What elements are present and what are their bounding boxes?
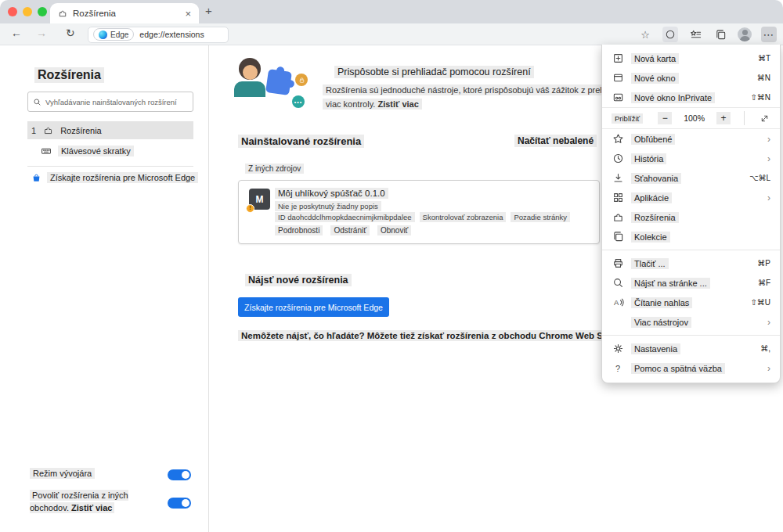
- menu-zoom-row: Priblížiť − 100% +: [602, 107, 780, 129]
- browser-tab[interactable]: Rozšírenia ×: [50, 3, 199, 23]
- extension-icon: M !: [249, 189, 270, 210]
- menu-item-label: Nové okno: [631, 73, 679, 84]
- apps-grid-icon: [612, 192, 624, 204]
- back-icon[interactable]: ←: [11, 27, 22, 39]
- hero-learn-more-link[interactable]: Zistiť viac: [377, 99, 418, 109]
- window-controls: [8, 7, 47, 16]
- menu-separator: [602, 250, 780, 250]
- more-tools-icon-placeholder: [612, 316, 624, 329]
- inspect-views-link[interactable]: Skontrolovať zobrazenia: [420, 212, 507, 222]
- reload-button[interactable]: Obnoviť: [377, 225, 411, 235]
- refresh-icon[interactable]: ↻: [66, 27, 75, 39]
- favorite-star-icon[interactable]: ☆: [637, 27, 653, 42]
- close-window-button[interactable]: [8, 7, 17, 16]
- menu-shortcut: ⌘,: [760, 344, 770, 353]
- search-input[interactable]: [45, 98, 188, 106]
- store-bag-icon: [31, 173, 41, 183]
- menu-item-new-tab[interactable]: Nová karta ⌘T: [602, 49, 780, 68]
- sidebar-item-label: Získajte rozšírenia pre Microsoft Edge: [47, 172, 198, 183]
- background-page-link[interactable]: Pozadie stránky: [511, 212, 570, 222]
- sidebar-item-shortcuts[interactable]: Klávesové skratky: [41, 146, 134, 156]
- forward-icon[interactable]: →: [36, 27, 47, 39]
- load-unpacked-button[interactable]: Načítať nebalené: [514, 135, 597, 147]
- menu-item-label: Nájsť na stránke ...: [631, 278, 710, 289]
- find-icon: [612, 277, 624, 289]
- menu-item-apps[interactable]: Aplikácie ›: [602, 188, 780, 207]
- menu-item-new-window[interactable]: Nové okno ⌘N: [602, 68, 780, 88]
- profile-avatar[interactable]: [738, 27, 752, 41]
- tab-title: Rozšírenia: [73, 9, 116, 18]
- gear-icon: [612, 343, 624, 355]
- menu-item-print[interactable]: Tlačiť ... ⌘P: [602, 253, 780, 273]
- new-tab-icon: [612, 52, 624, 65]
- allow-other-stores-label: Povoliť rozšírenia z iných obchodov. Zis…: [30, 489, 164, 514]
- sidebar-item-extensions[interactable]: 1 Rozšírenia: [27, 121, 193, 139]
- nav-index: 1: [31, 126, 36, 135]
- menu-shortcut: ⌘N: [757, 74, 770, 82]
- history-icon: [612, 153, 624, 165]
- extensions-favicon-icon: [58, 9, 67, 18]
- zoom-label: Priblížiť: [612, 113, 643, 124]
- menu-shortcut: ⇧⌘N: [750, 93, 770, 102]
- extension-id: ID daohcddclhmopkdaecnimjkmibpdalee: [275, 212, 415, 222]
- menu-shortcut: ⌘T: [758, 54, 770, 63]
- menu-item-collections[interactable]: Kolekcie: [602, 227, 780, 246]
- menu-item-help-feedback[interactable]: ? Pomoc a spätná väzba ›: [602, 358, 780, 378]
- menu-item-favorites[interactable]: Obľúbené ›: [602, 129, 780, 149]
- search-box[interactable]: [27, 92, 193, 112]
- download-icon: [612, 172, 624, 185]
- settings-menu-button[interactable]: ⋯: [761, 27, 777, 42]
- menu-separator: [602, 335, 780, 336]
- menu-item-extensions[interactable]: Rozšírenia: [602, 207, 780, 227]
- allow-other-stores-toggle[interactable]: [168, 498, 191, 509]
- address-bar[interactable]: Edge edge://extensions: [88, 27, 229, 43]
- hero-illustration: •••: [233, 55, 319, 120]
- new-window-icon: [612, 72, 624, 84]
- menu-item-label: Viac nástrojov: [631, 317, 691, 328]
- zoom-out-button[interactable]: −: [658, 112, 672, 124]
- collections-icon[interactable]: [713, 27, 728, 42]
- read-aloud-icon: A: [612, 297, 624, 309]
- minimize-window-button[interactable]: [23, 7, 32, 16]
- printer-icon: [612, 257, 624, 270]
- toolbar: ← → ↻ Edge edge://extensions ☆ ⋯: [0, 23, 783, 45]
- new-tab-button[interactable]: +: [205, 4, 212, 17]
- menu-item-find-on-page[interactable]: Nájsť na stránke ... ⌘F: [602, 273, 780, 293]
- help-icon: ?: [612, 362, 624, 375]
- menu-shortcut: ⌥⌘L: [749, 174, 770, 182]
- chevron-right-icon: ›: [767, 192, 770, 203]
- developer-mode-toggle[interactable]: [168, 469, 191, 480]
- url-text[interactable]: edge://extensions: [139, 30, 204, 39]
- sidebar-item-label: Rozšírenia: [60, 126, 102, 135]
- edge-logo-icon: [99, 31, 107, 39]
- menu-item-label: Rozšírenia: [631, 212, 679, 223]
- menu-item-settings[interactable]: Nastavenia ⌘,: [602, 339, 780, 358]
- menu-item-more-tools[interactable]: Viac nástrojov ›: [602, 312, 780, 332]
- maximize-window-button[interactable]: [38, 7, 47, 16]
- sidebar-item-label: Klávesové skratky: [58, 146, 134, 156]
- shield-icon[interactable]: [662, 27, 678, 42]
- learn-more-link[interactable]: Zistiť viac: [71, 503, 112, 512]
- menu-item-label: História: [631, 153, 666, 164]
- keyboard-icon: [41, 146, 52, 156]
- get-extensions-button[interactable]: Získajte rozšírenia pre Microsoft Edge: [238, 297, 389, 317]
- menu-item-label: Sťahovania: [631, 173, 681, 184]
- menu-item-label: Kolekcie: [631, 232, 670, 243]
- menu-shortcut: ⇧⌘U: [750, 298, 770, 307]
- zoom-in-button[interactable]: +: [716, 112, 731, 124]
- warning-badge-icon: !: [246, 204, 254, 213]
- sidebar-divider: [27, 166, 193, 167]
- site-chip[interactable]: Edge: [93, 28, 134, 41]
- details-button[interactable]: Podrobnosti: [275, 225, 323, 235]
- menu-item-read-aloud[interactable]: A Čítanie nahlas ⇧⌘U: [602, 293, 780, 312]
- source-section-label: Z iných zdrojov: [245, 164, 304, 174]
- menu-item-new-inprivate-window[interactable]: Nové okno InPrivate ⇧⌘N: [602, 88, 780, 107]
- menu-item-history[interactable]: História ›: [602, 149, 780, 168]
- sidebar-item-get-extensions[interactable]: Získajte rozšírenia pre Microsoft Edge: [31, 172, 198, 183]
- tab-close-icon[interactable]: ×: [185, 8, 191, 20]
- favorites-bar-icon[interactable]: [687, 27, 703, 42]
- installed-heading: Nainštalované rozšírenia: [238, 135, 364, 148]
- fullscreen-icon[interactable]: [758, 112, 770, 124]
- menu-item-downloads[interactable]: Sťahovania ⌥⌘L: [602, 168, 780, 188]
- remove-button[interactable]: Odstrániť: [330, 225, 370, 235]
